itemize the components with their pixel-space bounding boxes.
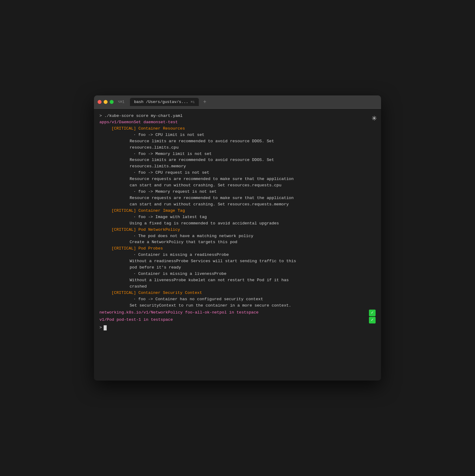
starburst-icon: ✳️ <box>372 112 377 125</box>
titlebar: ⌥⌘1 bash /Users/gustav/s... ⌘1 + <box>94 95 381 109</box>
titlebar-shortcut: ⌥⌘1 <box>118 100 124 104</box>
desc-cpu-limit: Resource limits are recommended to avoid… <box>99 138 376 145</box>
critical-security-title: [CRITICAL] Container Security Context <box>99 290 376 296</box>
daemonset-header: apps/v1/DaemonSet daemonset-test <box>99 119 376 126</box>
desc-readiness-2: pod before it's ready <box>99 265 376 271</box>
desc-security: Set securityContext to run the container… <box>99 303 376 309</box>
ok-netpol-row: networking.k8s.io/v1/NetworkPolicy foo-a… <box>99 310 376 316</box>
bullet-readiness: · Container is missing a readinessProbe <box>99 252 376 258</box>
final-prompt: > <box>99 325 376 331</box>
traffic-lights <box>98 100 114 104</box>
tab-title: bash /Users/gustav/s... <box>134 100 188 104</box>
maximize-button[interactable] <box>110 100 114 104</box>
minimize-button[interactable] <box>104 100 108 104</box>
desc-mem-request-2: can start and run without crashing. Set … <box>99 201 376 208</box>
ok-netpol-text: networking.k8s.io/v1/NetworkPolicy foo-a… <box>99 310 259 316</box>
terminal-body: ✳️ > ./kube-score score my-chart.yaml ap… <box>94 109 381 381</box>
ok-pod-row: v1/Pod pod-test-1 in testspace ✓ <box>99 317 376 323</box>
desc-cpu-request-2: can start and run without crashing. Set … <box>99 182 376 189</box>
cursor-blink <box>104 325 107 330</box>
bullet-mem-limit: · foo -> Memory limit is not set <box>99 151 376 157</box>
prompt-symbol: > <box>99 325 102 331</box>
desc-liveness-2: crashed <box>99 284 376 290</box>
bullet-image-tag: · foo -> Image with latest tag <box>99 214 376 220</box>
bullet-mem-request: · foo -> Memory request is not set <box>99 189 376 195</box>
desc-readiness: Without a readinessProbe Services will s… <box>99 258 376 265</box>
desc-netpol: Create a NetworkPolicy that targets this… <box>99 239 376 246</box>
desc-cpu-limit-2: resources.limits.cpu <box>99 145 376 151</box>
desc-cpu-request: Resource requests are recommended to mak… <box>99 176 376 182</box>
terminal-tab[interactable]: bash /Users/gustav/s... ⌘1 <box>130 98 199 106</box>
check-pod: ✓ <box>369 317 376 323</box>
critical-probes-title: [CRITICAL] Pod Probes <box>99 246 376 252</box>
command-line: > ./kube-score score my-chart.yaml <box>99 113 376 119</box>
add-tab-button[interactable]: + <box>203 99 206 105</box>
bullet-netpol: · The pod does not have a matching netwo… <box>99 233 376 240</box>
desc-mem-limit-2: resources.limits.memory <box>99 163 376 170</box>
ok-pod-text: v1/Pod pod-test-1 in testspace <box>99 317 173 323</box>
critical-image-title: [CRITICAL] Container Image Tag <box>99 208 376 214</box>
desc-mem-request: Resource requests are recommended to mak… <box>99 195 376 201</box>
terminal-window: ⌥⌘1 bash /Users/gustav/s... ⌘1 + ✳️ > ./… <box>94 95 381 381</box>
critical-resources-title: [CRITICAL] Container Resources <box>99 126 376 132</box>
tab-shortcut: ⌘1 <box>191 100 195 104</box>
desc-liveness: Without a livenessProbe kubelet can not … <box>99 277 376 284</box>
close-button[interactable] <box>98 100 102 104</box>
desc-image-tag: Using a fixed tag is recommended to avoi… <box>99 220 376 227</box>
desc-mem-limit: Resource limits are recommended to avoid… <box>99 157 376 163</box>
bullet-cpu-limit: · foo -> CPU limit is not set <box>99 132 376 138</box>
bullet-security: · foo -> Container has no configured sec… <box>99 296 376 303</box>
critical-netpol-title: [CRITICAL] Pod NetworkPolicy <box>99 227 376 233</box>
check-netpol: ✓ <box>369 310 376 316</box>
bullet-cpu-request: · foo -> CPU request is not set <box>99 170 376 176</box>
bullet-liveness: · Container is missing a livenessProbe <box>99 271 376 277</box>
